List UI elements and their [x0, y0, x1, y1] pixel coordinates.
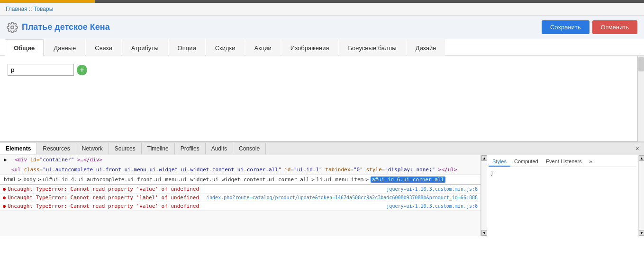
main-scrollbar[interactable]: [637, 56, 644, 141]
header-buttons: Сохранить Отменить: [542, 20, 637, 34]
scroll-right-track: [639, 161, 644, 230]
right-tab-rt-computed[interactable]: Computed: [510, 157, 542, 167]
devtools-tab-profiles[interactable]: Profiles: [175, 143, 206, 154]
devtools-tab-console[interactable]: Console: [233, 143, 266, 154]
bc-separator-3: >: [311, 177, 315, 183]
scroll-right-up-btn[interactable]: ▲: [639, 155, 644, 161]
add-button[interactable]: +: [77, 65, 87, 75]
save-button[interactable]: Сохранить: [542, 20, 590, 34]
svg-point-0: [11, 26, 14, 29]
tab-tab-options[interactable]: Опции: [169, 39, 205, 56]
devtools-tab-timeline[interactable]: Timeline: [142, 143, 175, 154]
devtools-tab-sources[interactable]: Sources: [109, 143, 142, 154]
right-tab-rt-styles[interactable]: Styles: [489, 157, 510, 167]
bc-separator-2: >: [38, 177, 41, 183]
error-icon-err3: ●: [3, 203, 6, 209]
tab-tab-actions[interactable]: Акции: [245, 39, 281, 56]
devtools-close-button[interactable]: ×: [631, 142, 644, 155]
devtools-right-tabs: StylesComputedEvent Listeners»: [489, 157, 636, 167]
error-source-err2[interactable]: index.php?route=catalog/product/update&t…: [207, 195, 478, 200]
bc-a[interactable]: a#ui-id-6.ui-corner-all: [371, 177, 445, 183]
devtools-right-scrollbar[interactable]: ▲ ▼: [638, 155, 644, 236]
tab-tab-links[interactable]: Связи: [86, 39, 121, 56]
error-row-err3: ●Uncaught TypeError: Cannot read propert…: [0, 202, 481, 211]
right-tab-rt-listeners[interactable]: Event Listeners: [542, 157, 586, 167]
tab-tab-general[interactable]: Общие: [5, 39, 44, 56]
error-row-err2: ●Uncaught TypeError: Cannot read propert…: [0, 194, 481, 202]
code-line-1[interactable]: ▶ <div id="container" >…</div>: [0, 155, 481, 165]
error-icon-err1: ●: [3, 186, 6, 192]
triangle-icon: ▶: [4, 156, 11, 164]
breadcrumb-home-link[interactable]: Главная: [6, 6, 27, 12]
breadcrumb: Главная :: Товары: [0, 3, 644, 16]
devtools-styles-panel: StylesComputedEvent Listeners» }: [487, 155, 638, 236]
title-wrap: Платье детское Кена: [7, 22, 110, 33]
devtools-tab-network[interactable]: Network: [76, 143, 109, 154]
error-icon-err2: ●: [3, 195, 6, 200]
console-errors: ●Uncaught TypeError: Cannot read propert…: [0, 185, 481, 211]
error-text-err2: Uncaught TypeError: Cannot read property…: [8, 194, 207, 201]
tab-tab-design[interactable]: Дизайн: [407, 39, 445, 56]
error-row-err1: ●Uncaught TypeError: Cannot read propert…: [0, 185, 481, 194]
bc-body[interactable]: body: [23, 177, 36, 183]
plus-icon: +: [80, 66, 84, 74]
styles-content: }: [489, 169, 636, 177]
error-source-err1[interactable]: jquery-ui-1.10.3.custom.min.js:6: [386, 186, 478, 192]
gear-icon: [7, 22, 18, 33]
search-input[interactable]: [8, 64, 74, 76]
bc-html[interactable]: html: [4, 177, 17, 183]
breadcrumb-products-link[interactable]: Товары: [34, 6, 53, 12]
devtools-tab-audits[interactable]: Audits: [206, 143, 233, 154]
error-text-err1: Uncaught TypeError: Cannot read property…: [8, 186, 386, 192]
bc-separator-4: >: [365, 177, 369, 183]
tabs-bar: ОбщиеДанныеСвязиАтрибутыОпцииСкидкиАкции…: [0, 39, 644, 56]
bc-li[interactable]: li.ui-menu-item: [317, 177, 363, 183]
error-text-err3: Uncaught TypeError: Cannot read property…: [8, 203, 386, 209]
scroll-track: [481, 161, 487, 230]
tab-tab-bonuses[interactable]: Бонусные баллы: [339, 39, 406, 56]
tab-tab-data[interactable]: Данные: [45, 39, 85, 56]
scroll-thumb: [638, 57, 644, 71]
devtools-left-scrollbar[interactable]: ▲ ▼: [481, 155, 487, 236]
scroll-right-down-btn[interactable]: ▼: [639, 230, 644, 236]
tab-tab-images[interactable]: Изображения: [281, 39, 338, 56]
breadcrumb-separator: ::: [29, 6, 32, 12]
orange-progress-bar: [0, 0, 95, 3]
devtools-breadcrumb: html > body > ul#ui-id-4.ui-autocomplete…: [0, 175, 481, 185]
input-with-add: +: [8, 64, 636, 76]
main-content: +: [0, 56, 644, 141]
cancel-button[interactable]: Отменить: [592, 20, 637, 34]
tab-tab-discounts[interactable]: Скидки: [206, 39, 245, 56]
devtools-tabs: ElementsResourcesNetworkSourcesTimelineP…: [0, 142, 644, 155]
bc-separator-1: >: [18, 177, 22, 183]
right-tab-rt-more[interactable]: »: [586, 157, 596, 167]
bc-ul[interactable]: ul#ui-id-4.ui-autocomplete.ui-front.ui-m…: [43, 177, 309, 183]
devtools-body: ▶ <div id="container" >…</div> <ul class…: [0, 155, 644, 236]
devtools-panel: ElementsResourcesNetworkSourcesTimelineP…: [0, 141, 644, 236]
error-source-err3[interactable]: jquery-ui-1.10.3.custom.min.js:6: [386, 203, 478, 209]
main-wrapper: +: [0, 56, 644, 141]
devtools-tab-resources[interactable]: Resources: [37, 143, 76, 154]
code-line-2[interactable]: <ul class="ui-autocomplete ui-front ui-m…: [0, 165, 481, 175]
page-header: Платье детское Кена Сохранить Отменить: [0, 16, 644, 39]
devtools-code-panel: ▶ <div id="container" >…</div> <ul class…: [0, 155, 481, 236]
page-title: Платье детское Кена: [22, 22, 110, 32]
devtools-tab-elements[interactable]: Elements: [0, 143, 37, 154]
tab-tab-attrs[interactable]: Атрибуты: [122, 39, 168, 56]
